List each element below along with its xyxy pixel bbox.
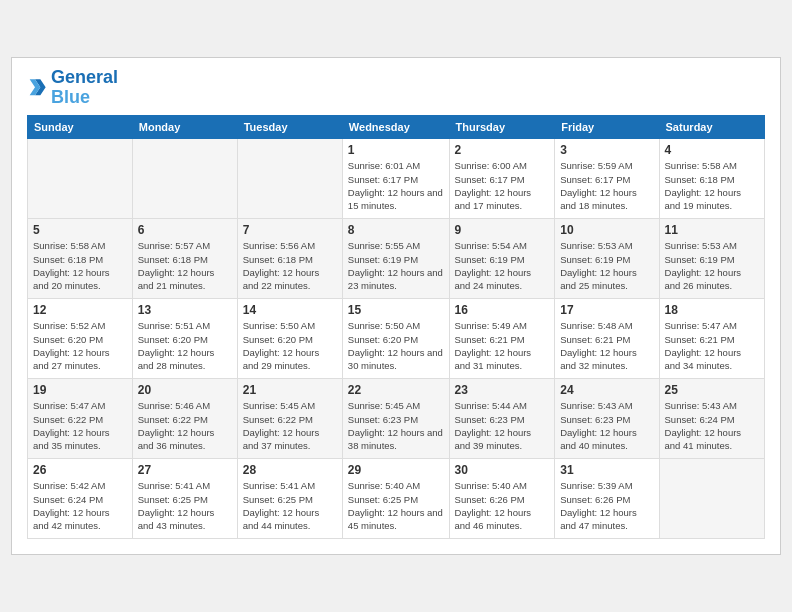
- day-number: 18: [665, 303, 759, 317]
- calendar-cell: 21Sunrise: 5:45 AM Sunset: 6:22 PM Dayli…: [237, 379, 342, 459]
- day-info: Sunrise: 5:43 AM Sunset: 6:23 PM Dayligh…: [560, 399, 653, 452]
- day-number: 12: [33, 303, 127, 317]
- calendar-cell: 24Sunrise: 5:43 AM Sunset: 6:23 PM Dayli…: [555, 379, 659, 459]
- day-info: Sunrise: 5:52 AM Sunset: 6:20 PM Dayligh…: [33, 319, 127, 372]
- calendar-week-row: 19Sunrise: 5:47 AM Sunset: 6:22 PM Dayli…: [28, 379, 765, 459]
- logo: General Blue: [27, 68, 118, 108]
- day-info: Sunrise: 5:45 AM Sunset: 6:22 PM Dayligh…: [243, 399, 337, 452]
- calendar-cell: 4Sunrise: 5:58 AM Sunset: 6:18 PM Daylig…: [659, 139, 764, 219]
- calendar-cell: 13Sunrise: 5:51 AM Sunset: 6:20 PM Dayli…: [132, 299, 237, 379]
- day-number: 30: [455, 463, 550, 477]
- weekday-header-wednesday: Wednesday: [342, 116, 449, 139]
- day-info: Sunrise: 5:45 AM Sunset: 6:23 PM Dayligh…: [348, 399, 444, 452]
- calendar-cell: 19Sunrise: 5:47 AM Sunset: 6:22 PM Dayli…: [28, 379, 133, 459]
- day-info: Sunrise: 5:40 AM Sunset: 6:26 PM Dayligh…: [455, 479, 550, 532]
- day-info: Sunrise: 5:47 AM Sunset: 6:21 PM Dayligh…: [665, 319, 759, 372]
- calendar-table: SundayMondayTuesdayWednesdayThursdayFrid…: [27, 115, 765, 539]
- calendar-week-row: 26Sunrise: 5:42 AM Sunset: 6:24 PM Dayli…: [28, 459, 765, 539]
- day-number: 31: [560, 463, 653, 477]
- weekday-header-friday: Friday: [555, 116, 659, 139]
- calendar-cell: 29Sunrise: 5:40 AM Sunset: 6:25 PM Dayli…: [342, 459, 449, 539]
- day-number: 23: [455, 383, 550, 397]
- calendar-cell: 10Sunrise: 5:53 AM Sunset: 6:19 PM Dayli…: [555, 219, 659, 299]
- logo-icon: [27, 78, 47, 98]
- calendar-cell: 7Sunrise: 5:56 AM Sunset: 6:18 PM Daylig…: [237, 219, 342, 299]
- calendar-cell: 22Sunrise: 5:45 AM Sunset: 6:23 PM Dayli…: [342, 379, 449, 459]
- calendar-week-row: 5Sunrise: 5:58 AM Sunset: 6:18 PM Daylig…: [28, 219, 765, 299]
- logo-text: General Blue: [51, 68, 118, 108]
- calendar-cell: 1Sunrise: 6:01 AM Sunset: 6:17 PM Daylig…: [342, 139, 449, 219]
- day-number: 3: [560, 143, 653, 157]
- day-number: 21: [243, 383, 337, 397]
- day-info: Sunrise: 5:48 AM Sunset: 6:21 PM Dayligh…: [560, 319, 653, 372]
- day-info: Sunrise: 5:44 AM Sunset: 6:23 PM Dayligh…: [455, 399, 550, 452]
- day-info: Sunrise: 5:47 AM Sunset: 6:22 PM Dayligh…: [33, 399, 127, 452]
- day-number: 11: [665, 223, 759, 237]
- weekday-header-sunday: Sunday: [28, 116, 133, 139]
- day-number: 1: [348, 143, 444, 157]
- day-info: Sunrise: 5:41 AM Sunset: 6:25 PM Dayligh…: [243, 479, 337, 532]
- calendar-cell: 8Sunrise: 5:55 AM Sunset: 6:19 PM Daylig…: [342, 219, 449, 299]
- calendar-cell: 26Sunrise: 5:42 AM Sunset: 6:24 PM Dayli…: [28, 459, 133, 539]
- day-number: 29: [348, 463, 444, 477]
- calendar-cell: 20Sunrise: 5:46 AM Sunset: 6:22 PM Dayli…: [132, 379, 237, 459]
- weekday-header-thursday: Thursday: [449, 116, 555, 139]
- day-number: 17: [560, 303, 653, 317]
- calendar-cell: 11Sunrise: 5:53 AM Sunset: 6:19 PM Dayli…: [659, 219, 764, 299]
- calendar-cell: 6Sunrise: 5:57 AM Sunset: 6:18 PM Daylig…: [132, 219, 237, 299]
- calendar-cell: [659, 459, 764, 539]
- day-number: 16: [455, 303, 550, 317]
- calendar-cell: [237, 139, 342, 219]
- day-number: 28: [243, 463, 337, 477]
- day-number: 25: [665, 383, 759, 397]
- day-info: Sunrise: 5:43 AM Sunset: 6:24 PM Dayligh…: [665, 399, 759, 452]
- calendar-cell: 30Sunrise: 5:40 AM Sunset: 6:26 PM Dayli…: [449, 459, 555, 539]
- calendar-cell: 23Sunrise: 5:44 AM Sunset: 6:23 PM Dayli…: [449, 379, 555, 459]
- day-number: 4: [665, 143, 759, 157]
- day-number: 26: [33, 463, 127, 477]
- day-number: 10: [560, 223, 653, 237]
- day-number: 19: [33, 383, 127, 397]
- day-number: 27: [138, 463, 232, 477]
- day-number: 20: [138, 383, 232, 397]
- day-info: Sunrise: 5:54 AM Sunset: 6:19 PM Dayligh…: [455, 239, 550, 292]
- logo-blue: Blue: [51, 87, 90, 107]
- weekday-header-tuesday: Tuesday: [237, 116, 342, 139]
- day-number: 24: [560, 383, 653, 397]
- day-info: Sunrise: 5:50 AM Sunset: 6:20 PM Dayligh…: [348, 319, 444, 372]
- day-info: Sunrise: 5:50 AM Sunset: 6:20 PM Dayligh…: [243, 319, 337, 372]
- calendar-cell: 16Sunrise: 5:49 AM Sunset: 6:21 PM Dayli…: [449, 299, 555, 379]
- calendar-cell: 2Sunrise: 6:00 AM Sunset: 6:17 PM Daylig…: [449, 139, 555, 219]
- day-info: Sunrise: 5:58 AM Sunset: 6:18 PM Dayligh…: [665, 159, 759, 212]
- calendar-container: General Blue SundayMondayTuesdayWednesda…: [11, 57, 781, 556]
- day-info: Sunrise: 6:00 AM Sunset: 6:17 PM Dayligh…: [455, 159, 550, 212]
- day-number: 6: [138, 223, 232, 237]
- day-info: Sunrise: 5:59 AM Sunset: 6:17 PM Dayligh…: [560, 159, 653, 212]
- day-info: Sunrise: 5:51 AM Sunset: 6:20 PM Dayligh…: [138, 319, 232, 372]
- calendar-cell: 27Sunrise: 5:41 AM Sunset: 6:25 PM Dayli…: [132, 459, 237, 539]
- day-number: 13: [138, 303, 232, 317]
- calendar-cell: [132, 139, 237, 219]
- calendar-cell: 9Sunrise: 5:54 AM Sunset: 6:19 PM Daylig…: [449, 219, 555, 299]
- calendar-cell: 3Sunrise: 5:59 AM Sunset: 6:17 PM Daylig…: [555, 139, 659, 219]
- calendar-cell: 31Sunrise: 5:39 AM Sunset: 6:26 PM Dayli…: [555, 459, 659, 539]
- day-number: 2: [455, 143, 550, 157]
- calendar-cell: 15Sunrise: 5:50 AM Sunset: 6:20 PM Dayli…: [342, 299, 449, 379]
- logo-general: General: [51, 67, 118, 87]
- day-info: Sunrise: 5:42 AM Sunset: 6:24 PM Dayligh…: [33, 479, 127, 532]
- day-number: 14: [243, 303, 337, 317]
- day-info: Sunrise: 5:56 AM Sunset: 6:18 PM Dayligh…: [243, 239, 337, 292]
- calendar-cell: 12Sunrise: 5:52 AM Sunset: 6:20 PM Dayli…: [28, 299, 133, 379]
- day-number: 5: [33, 223, 127, 237]
- day-info: Sunrise: 5:57 AM Sunset: 6:18 PM Dayligh…: [138, 239, 232, 292]
- day-info: Sunrise: 5:49 AM Sunset: 6:21 PM Dayligh…: [455, 319, 550, 372]
- weekday-header-saturday: Saturday: [659, 116, 764, 139]
- day-info: Sunrise: 5:39 AM Sunset: 6:26 PM Dayligh…: [560, 479, 653, 532]
- day-info: Sunrise: 5:55 AM Sunset: 6:19 PM Dayligh…: [348, 239, 444, 292]
- calendar-week-row: 12Sunrise: 5:52 AM Sunset: 6:20 PM Dayli…: [28, 299, 765, 379]
- calendar-cell: 14Sunrise: 5:50 AM Sunset: 6:20 PM Dayli…: [237, 299, 342, 379]
- day-info: Sunrise: 5:58 AM Sunset: 6:18 PM Dayligh…: [33, 239, 127, 292]
- calendar-cell: 17Sunrise: 5:48 AM Sunset: 6:21 PM Dayli…: [555, 299, 659, 379]
- day-info: Sunrise: 5:53 AM Sunset: 6:19 PM Dayligh…: [665, 239, 759, 292]
- day-number: 9: [455, 223, 550, 237]
